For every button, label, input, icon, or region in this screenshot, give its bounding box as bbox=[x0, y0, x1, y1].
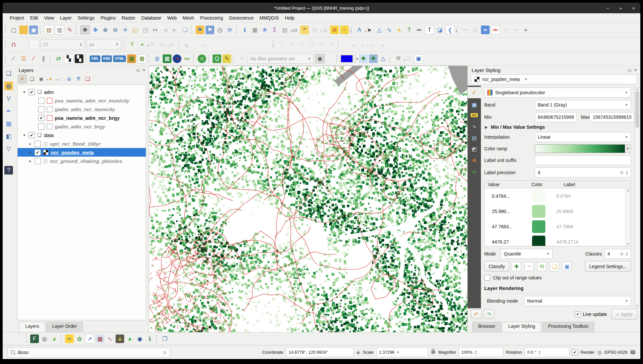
scroll-thumb[interactable] bbox=[635, 91, 639, 128]
styling-panel-close-icon[interactable]: ✕ bbox=[634, 68, 637, 72]
class-value[interactable]: 4478.27 bbox=[485, 239, 524, 245]
add-title-label-button[interactable]: T bbox=[425, 25, 434, 35]
label-line-tool-1[interactable]: ∕ bbox=[9, 54, 18, 63]
visibility-checkbox[interactable] bbox=[35, 141, 41, 147]
lock-scale-icon[interactable] bbox=[431, 351, 435, 354]
dock-add-layers-button[interactable]: ❏ bbox=[4, 69, 13, 78]
blending-mode-combobox[interactable]: Normal ▼ bbox=[524, 296, 631, 306]
spinner-arrows[interactable]: ▲▼ bbox=[538, 350, 541, 355]
plugin-curves-button[interactable]: ∿▾ bbox=[106, 334, 114, 343]
labeling-options-button[interactable]: A▾ bbox=[355, 26, 364, 34]
panel-layout-button[interactable]: ▣ bbox=[414, 54, 423, 63]
color-ramp-dropdown[interactable]: ▼ bbox=[625, 144, 631, 153]
new-bookmark-button[interactable]: ⚑ bbox=[196, 26, 204, 34]
locator-search-input[interactable]: disso ⊗ bbox=[7, 347, 170, 357]
unit-combobox[interactable]: px▼ bbox=[87, 39, 121, 49]
plugin-info-button[interactable]: ℹ bbox=[145, 334, 154, 343]
menu-web[interactable]: Web bbox=[164, 14, 180, 22]
coordinate-extent-icon[interactable]: ◈ bbox=[356, 349, 360, 355]
font-size-spinbox[interactable]: 12▲▼ bbox=[40, 39, 85, 49]
overlap-tool-button[interactable]: ⊘▾ bbox=[330, 26, 339, 34]
class-color-swatch[interactable] bbox=[532, 220, 545, 233]
plugin-search-globe-button[interactable]: ◎ bbox=[40, 334, 49, 343]
undo-button[interactable]: ↶ bbox=[317, 40, 326, 49]
rotate-feature-button[interactable]: ◌ bbox=[203, 40, 211, 49]
menu-raster[interactable]: Raster bbox=[119, 14, 138, 22]
offset-curve-button[interactable]: ◌ bbox=[223, 40, 231, 49]
label-line-tool-3[interactable]: ∕ bbox=[29, 54, 38, 63]
tile-tool-button[interactable]: ▦ bbox=[127, 54, 136, 63]
layer-name[interactable]: psa_namria_adm_ncr_municity bbox=[55, 98, 129, 104]
label-abc-button[interactable]: abc bbox=[461, 26, 470, 34]
cut-features-button[interactable]: ✂ bbox=[287, 40, 296, 49]
class-color-swatch[interactable] bbox=[532, 190, 545, 202]
delete-vertex-button[interactable]: ✕ bbox=[148, 40, 156, 49]
dock-tiles-button[interactable]: ◧ bbox=[4, 132, 13, 141]
add-symbol-item-button[interactable]: ✚ bbox=[369, 54, 378, 63]
spinner-arrows[interactable]: ▲▼ bbox=[475, 350, 477, 355]
layers-panel-float-icon[interactable]: ◱ bbox=[136, 68, 139, 72]
menu-layer[interactable]: Layer bbox=[57, 14, 75, 22]
mode-combobox[interactable]: Quantile ▼ bbox=[501, 249, 553, 259]
menu-geoscience[interactable]: Geoscience bbox=[226, 14, 257, 22]
pan-to-selection-button[interactable]: ✥ bbox=[91, 26, 100, 34]
merge-features-button[interactable]: ◌ bbox=[252, 40, 261, 49]
split-features-button[interactable]: ◌ bbox=[242, 40, 251, 49]
add-group-button[interactable]: ❏ bbox=[28, 75, 36, 83]
plugin-terrain-button[interactable]: ▲ bbox=[126, 334, 134, 343]
menu-mmqgis[interactable]: MMQGIS bbox=[257, 14, 282, 22]
add-line-feature-button[interactable]: ∿ bbox=[385, 26, 394, 34]
layer-row[interactable]: psa_namria_adm_ncr_municity bbox=[18, 96, 146, 105]
layer-row[interactable]: ▸◫upri_ncr_flood_100yr bbox=[18, 139, 146, 148]
magnifier-input[interactable]: 100% ▲▼ bbox=[459, 347, 503, 357]
minmax-expander-icon[interactable]: ▶ bbox=[484, 125, 488, 129]
clear-filter-button[interactable]: ✕ bbox=[237, 54, 246, 63]
layer-name[interactable]: psa_namria_adm_ncr_brgy bbox=[55, 115, 120, 121]
topology-button[interactable]: ⋱▾ bbox=[19, 40, 28, 49]
delete-selected-button[interactable]: ▯ bbox=[277, 40, 286, 49]
diagram-options-button[interactable]: ◍ bbox=[471, 26, 480, 34]
manage-themes-button[interactable]: ◉▾ bbox=[37, 75, 45, 83]
styling-tab-symbology[interactable]: ✐ bbox=[468, 87, 481, 98]
measure-button[interactable]: ▭▾ bbox=[290, 26, 299, 34]
min-input[interactable]: 84360675215999 bbox=[535, 112, 577, 122]
clip-checkbox[interactable] bbox=[484, 275, 490, 281]
scale-feature-button[interactable]: ◌ bbox=[213, 40, 221, 49]
reload-classes-button[interactable]: ⟲ bbox=[537, 262, 546, 271]
add-star-button[interactable]: ★ bbox=[395, 26, 404, 34]
menu-view[interactable]: View bbox=[41, 14, 57, 22]
expand-all-button[interactable]: ⇊ bbox=[65, 75, 73, 83]
column-header-color[interactable]: Color bbox=[528, 181, 560, 188]
visibility-checkbox[interactable] bbox=[35, 158, 41, 164]
table-scrollbar[interactable]: ▲ ▼ bbox=[625, 188, 631, 246]
share-button[interactable]: < bbox=[198, 54, 206, 63]
plugin-freehand-button[interactable]: F bbox=[30, 334, 39, 343]
pan-map-button[interactable]: ✥ bbox=[80, 25, 90, 35]
layer-row[interactable]: gadm_adm_ncr_brgy bbox=[18, 122, 146, 131]
plugin-raster-calc-button[interactable]: ▦ bbox=[96, 334, 104, 343]
clear-icon[interactable]: ⊗ bbox=[163, 350, 167, 355]
layer-name[interactable]: gadm_adm_ncr_brgy bbox=[55, 124, 105, 129]
plugin-globe-button[interactable]: ◉ bbox=[136, 334, 144, 343]
interpolation-combobox[interactable]: Linear ▼ bbox=[535, 132, 631, 142]
reshape-features-button[interactable]: ◌ bbox=[232, 40, 241, 49]
menu-database[interactable]: Database bbox=[138, 14, 164, 22]
menu-mesh[interactable]: Mesh bbox=[180, 14, 197, 22]
processing-toolbox-button[interactable]: ❋ bbox=[260, 26, 269, 34]
visibility-checkbox[interactable]: ✔ bbox=[29, 89, 35, 95]
show-sum-button[interactable]: Σ bbox=[270, 26, 279, 34]
point-tool-button[interactable]: ◦▾ bbox=[340, 26, 349, 34]
menu-edit[interactable]: Edit bbox=[27, 14, 41, 22]
class-row[interactable]: 0.4764...0.4764 bbox=[485, 188, 625, 204]
renderer-combobox[interactable]: Singleband pseudocolor ▼ bbox=[484, 88, 631, 98]
style-redo-button[interactable]: ↷ bbox=[484, 310, 494, 319]
cad-tools-button[interactable]: ◣ bbox=[183, 40, 191, 49]
visibility-checkbox[interactable]: ✔ bbox=[29, 132, 35, 138]
settings-wrench-button[interactable]: ⚒▾ bbox=[394, 54, 403, 63]
filter-expression-button[interactable]: ε▾ bbox=[56, 75, 64, 83]
save-style-button[interactable]: ▣ bbox=[562, 262, 572, 271]
expander-icon[interactable]: ▸ bbox=[28, 150, 32, 155]
highlight-labels-button[interactable]: abc bbox=[491, 25, 500, 35]
dock-feather-button[interactable]: ✒ bbox=[4, 107, 13, 115]
toolbar-overflow-button[interactable]: » bbox=[521, 26, 530, 34]
